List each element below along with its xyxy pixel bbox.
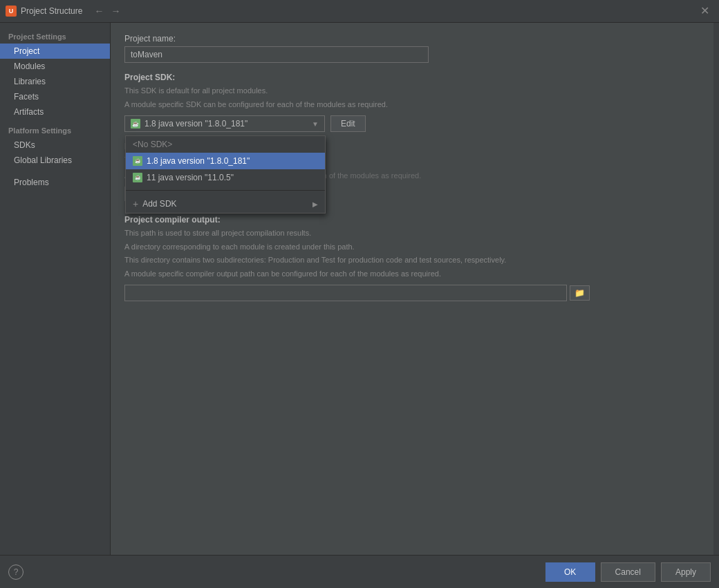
sidebar-item-project[interactable]: Project xyxy=(0,44,110,59)
sdk-icon-11: ☕ xyxy=(133,173,142,182)
add-sdk-item[interactable]: + Add SDK ▶ xyxy=(126,195,325,213)
sdk-dropdown[interactable]: ☕ 1.8 java version "1.8.0_181" ▼ <No SDK… xyxy=(124,115,325,132)
sidebar-item-global-libraries[interactable]: Global Libraries xyxy=(0,153,110,168)
app-icon: U xyxy=(6,6,17,17)
sidebar-item-facets[interactable]: Facets xyxy=(0,89,110,104)
add-sdk-label: Add SDK xyxy=(142,199,176,209)
project-sdk-desc2: A module specific SDK can be configured … xyxy=(124,99,700,111)
sdk-selected-value: 1.8 java version "1.8.0_181" xyxy=(144,119,248,129)
sdk-dropdown-left: ☕ 1.8 java version "1.8.0_181" xyxy=(131,119,248,129)
title-bar-left: U Project Structure ← → xyxy=(6,6,122,17)
compiler-output-desc2: A directory corresponding to each module… xyxy=(124,241,700,253)
sdk-option-11-label: 11 java version "11.0.5" xyxy=(147,173,234,182)
help-button[interactable]: ? xyxy=(8,565,24,580)
plus-icon: + xyxy=(133,198,138,209)
compiler-output-row: 📁 xyxy=(124,285,700,301)
sdk-option-1-8-label: 1.8 java version "1.8.0_181" xyxy=(147,156,250,166)
project-name-label: Project name: xyxy=(124,34,700,44)
sdk-row: ☕ 1.8 java version "1.8.0_181" ▼ <No SDK… xyxy=(124,115,700,132)
cancel-button[interactable]: Cancel xyxy=(601,562,655,582)
back-button[interactable]: ← xyxy=(92,6,106,17)
sidebar: Project Settings Project Modules Librari… xyxy=(0,23,111,555)
compiler-output-desc3: This directory contains two subdirectori… xyxy=(124,254,700,266)
sdk-option-1-8[interactable]: ☕ 1.8 java version "1.8.0_181" xyxy=(126,153,325,169)
compiler-output-desc4: A module specific compiler output path c… xyxy=(124,268,700,280)
compiler-output-label: Project compiler output: xyxy=(124,215,700,225)
sidebar-item-modules[interactable]: Modules xyxy=(0,59,110,74)
title-bar: U Project Structure ← → ✕ xyxy=(0,0,719,23)
chevron-right-icon: ▶ xyxy=(312,200,318,208)
sidebar-item-sdks[interactable]: SDKs xyxy=(0,137,110,153)
apply-button[interactable]: Apply xyxy=(661,562,711,582)
sidebar-item-libraries[interactable]: Libraries xyxy=(0,74,110,89)
window-title: Project Structure xyxy=(21,6,82,16)
forward-button[interactable]: → xyxy=(109,6,122,17)
bottom-right: OK Cancel Apply xyxy=(545,562,711,582)
scroll-indicator xyxy=(713,23,719,555)
close-button[interactable]: ✕ xyxy=(696,4,713,18)
sdk-option-11[interactable]: ☕ 11 java version "11.0.5" xyxy=(126,169,325,186)
sdk-option-no-sdk[interactable]: <No SDK> xyxy=(126,136,325,153)
project-name-input[interactable] xyxy=(124,46,429,63)
sidebar-item-problems[interactable]: Problems xyxy=(0,175,110,190)
sdk-dropdown-menu: <No SDK> ☕ 1.8 java version "1.8.0_181" … xyxy=(125,135,326,214)
dropdown-arrow-icon: ▼ xyxy=(312,120,319,128)
nav-arrows: ← → xyxy=(92,6,122,17)
project-sdk-label: Project SDK: xyxy=(124,73,700,82)
platform-settings-section: Platform Settings xyxy=(0,120,110,137)
sdk-icon: ☕ xyxy=(131,119,140,129)
content-area: Project name: Project SDK: This SDK is d… xyxy=(111,23,713,555)
sdk-icon-1-8: ☕ xyxy=(133,156,142,166)
project-settings-section: Project Settings xyxy=(0,28,110,44)
bottom-left: ? xyxy=(8,565,24,580)
edit-sdk-button[interactable]: Edit xyxy=(330,115,366,132)
project-sdk-desc1: This SDK is default for all project modu… xyxy=(124,85,700,97)
project-structure-dialog: U Project Structure ← → ✕ Project Settin… xyxy=(0,0,719,588)
compiler-output-desc1: This path is used to store all project c… xyxy=(124,227,700,239)
ok-button[interactable]: OK xyxy=(545,562,595,582)
main-content: Project Settings Project Modules Librari… xyxy=(0,23,719,555)
sidebar-item-artifacts[interactable]: Artifacts xyxy=(0,104,110,120)
add-sdk-left: + Add SDK xyxy=(133,198,177,209)
compiler-output-input[interactable] xyxy=(124,285,567,301)
bottom-bar: ? OK Cancel Apply xyxy=(0,555,719,588)
compiler-output-folder-button[interactable]: 📁 xyxy=(570,285,590,301)
